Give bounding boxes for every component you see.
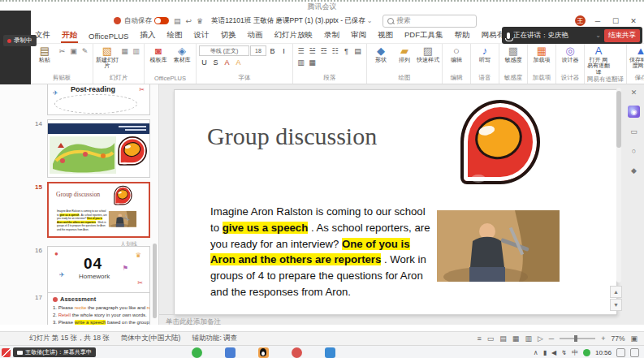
highlight-color-button[interactable]: A <box>233 57 244 67</box>
next-slide-button[interactable]: ▼ <box>610 299 622 311</box>
autosave-toggle[interactable] <box>154 17 169 24</box>
end-share-button[interactable]: 结束共享 <box>604 29 640 42</box>
zoom-in-icon[interactable]: + <box>601 334 605 343</box>
ribbon-tab-幻灯片放映[interactable]: 幻灯片放映 <box>273 30 313 43</box>
format-painter-button[interactable]: ✎ <box>80 45 90 56</box>
volume-icon[interactable]: ◀ <box>551 349 556 356</box>
shapes-button[interactable]: ◆形状 <box>370 45 392 63</box>
indent-button[interactable]: ☲ <box>318 45 329 56</box>
netdisk-taskbar-icon[interactable] <box>325 347 335 358</box>
ribbon-tab-文件[interactable]: 文件 <box>34 30 51 43</box>
ribbon-tab-切换[interactable]: 切换 <box>219 30 236 43</box>
designer-button[interactable]: ◎设计器 <box>559 45 581 63</box>
align-center-button[interactable]: ▥ <box>296 57 306 67</box>
meeting-app-taskbar-icon[interactable] <box>225 347 236 358</box>
thumbnail-slide-15-selected[interactable]: Group discussion Imagine Aron Ralston is… <box>47 182 150 238</box>
zoom-out-icon[interactable]: ─ <box>549 334 554 343</box>
wechat-taskbar-icon[interactable] <box>192 347 202 358</box>
underline-button[interactable]: U <box>199 57 210 67</box>
slide-title[interactable]: Group discussion <box>207 123 377 150</box>
font-size-select[interactable]: 18 <box>250 45 266 56</box>
ribbon-tab-OfficePLUS[interactable]: OfficePLUS <box>88 32 129 43</box>
ribbon-tab-绘图[interactable]: 绘图 <box>166 30 183 43</box>
undo-icon[interactable]: ↩ <box>186 17 192 25</box>
save-icon[interactable]: ▤ <box>174 17 181 25</box>
line-spacing-button[interactable]: ☷ <box>330 45 340 56</box>
annotation-close-icon[interactable]: ✕ <box>628 86 640 98</box>
notes-toggle-icon[interactable]: ≡ <box>478 334 482 343</box>
previous-slide-button[interactable]: ▲ <box>610 286 622 298</box>
quick-styles-button[interactable]: ▨快速样式 <box>417 45 439 63</box>
annotation-rect-icon[interactable]: ▭ <box>628 125 640 137</box>
ribbon-tab-插入[interactable]: 插入 <box>139 30 156 43</box>
italic-button[interactable]: I <box>279 45 289 56</box>
save-to-baidu-button[interactable]: ▲保存到百度网盘 <box>629 45 644 69</box>
normal-view-icon[interactable]: ▤ <box>499 334 507 343</box>
pin-logo[interactable] <box>460 100 540 184</box>
thumbnail-scrollbar[interactable] <box>153 244 157 318</box>
annotation-circle-icon[interactable]: ○ <box>628 144 640 157</box>
ribbon-tab-开始[interactable]: 开始 <box>61 30 78 43</box>
bold-button[interactable]: B <box>267 45 278 56</box>
slide-scrollbar[interactable] <box>616 88 621 283</box>
network-icon[interactable]: ↯ <box>561 349 567 356</box>
tray-app-icon-1[interactable] <box>616 348 625 357</box>
minimize-icon[interactable]: ─ <box>592 17 603 25</box>
meeting-taskbar-button[interactable]: 王敬偆(主讲)：屏幕共享中 <box>13 347 96 357</box>
clock[interactable]: 10:56 <box>595 349 612 356</box>
sensitivity-button[interactable]: ▩敏感度 <box>502 45 525 63</box>
editing-button[interactable]: ○编辑 <box>445 45 468 63</box>
qq-taskbar-icon[interactable] <box>258 347 269 358</box>
comments-icon[interactable]: ▭ <box>487 334 495 343</box>
thumbnail-slide-14[interactable] <box>47 119 150 178</box>
title-dropdown-icon[interactable]: ⌄ <box>367 17 373 24</box>
ribbon-tab-审阅[interactable]: 审阅 <box>350 30 367 43</box>
bullets-button[interactable]: ☰ <box>296 45 306 56</box>
annotation-pen-icon[interactable]: ◉ <box>628 106 640 118</box>
dictate-button[interactable]: ♪听写 <box>473 45 496 63</box>
input-method-indicator[interactable]: 中 <box>572 348 578 357</box>
thumbnail-slide-17[interactable]: Assessment 1. Please recite the paragrap… <box>47 292 150 325</box>
slide-body-text[interactable]: Imagine Aron Ralston is coming to our sc… <box>210 204 436 300</box>
slideshow-icon[interactable]: ▷ <box>538 334 543 343</box>
align-left-button[interactable]: ▤ <box>352 45 363 56</box>
template-library-button[interactable]: ◙模板库 <box>147 45 170 63</box>
columns-button[interactable]: ▦ <box>307 57 318 67</box>
arrange-button[interactable]: ▰排列 <box>393 45 416 63</box>
annotation-eraser-icon[interactable]: ◆ <box>628 164 640 176</box>
font-name-select[interactable]: 等线 (正文) <box>199 45 249 56</box>
user-avatar[interactable]: 王 <box>575 15 586 26</box>
reading-view-icon[interactable]: ▥ <box>525 334 532 343</box>
close-icon[interactable]: ✕ <box>628 17 639 25</box>
zoom-slider[interactable] <box>560 338 595 339</box>
ribbon-tab-视图[interactable]: 视图 <box>377 30 394 43</box>
slide-sorter-icon[interactable]: ▦ <box>512 334 520 343</box>
paste-button[interactable]: ▤粘贴 <box>33 45 56 63</box>
font-color-button[interactable]: A <box>222 57 232 67</box>
reset-button[interactable]: ▥ <box>131 45 141 56</box>
browser-taskbar-icon[interactable] <box>292 347 302 358</box>
ribbon-tab-动画[interactable]: 动画 <box>246 30 263 43</box>
new-slide-button[interactable]: ▧新建幻灯片 <box>96 45 119 69</box>
ribbon-tab-PDF工具集[interactable]: PDF工具集 <box>404 30 444 43</box>
overlay-expand-icon[interactable]: ⌄ <box>595 32 601 39</box>
tray-app-icon-2[interactable] <box>630 348 639 357</box>
notes-placeholder[interactable]: 单击此处添加备注 <box>166 317 221 327</box>
notes-splitter[interactable] <box>159 314 616 315</box>
ribbon-tab-设计[interactable]: 设计 <box>192 30 210 43</box>
maximize-icon[interactable]: ☐ <box>610 17 621 25</box>
zoom-level[interactable]: 77% <box>611 334 625 343</box>
search-input[interactable]: 搜索 <box>383 15 477 28</box>
phone-icon[interactable]: ▮ <box>543 349 547 356</box>
ribbon-tab-录制[interactable]: 录制 <box>323 30 340 43</box>
screen-share-indicator-icon[interactable] <box>2 348 11 357</box>
numbering-button[interactable]: ☱ <box>307 45 318 56</box>
paragraph-mark-button[interactable]: ¶ <box>341 45 352 56</box>
accessibility-status[interactable]: 辅助功能: 调查 <box>192 334 237 343</box>
addins-button[interactable]: ▦加载项 <box>530 45 553 63</box>
cut-button[interactable]: ✂ <box>57 45 67 56</box>
trophy-icon[interactable]: ♛ <box>197 17 203 25</box>
strikethrough-button[interactable]: S <box>210 57 221 67</box>
thumbnail-slide-13[interactable]: Post-reading ✂ ✈ <box>47 84 150 115</box>
language-status[interactable]: 简体中文(中国大陆) <box>121 334 181 343</box>
